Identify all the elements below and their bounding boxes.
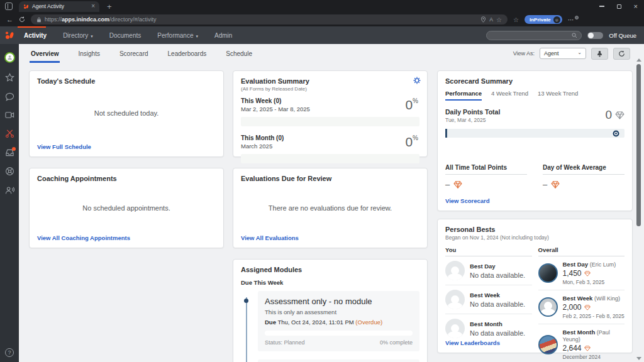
target-icon	[613, 130, 619, 137]
nav-admin[interactable]: Admin	[214, 32, 232, 39]
empty-state-text: No scheduled appointments.	[30, 204, 223, 212]
all-time-points-stat: All Time Total Points –	[445, 164, 527, 189]
daily-points-value: 0	[605, 108, 625, 122]
module-item[interactable]: The power of the dream Dream module with…	[258, 359, 419, 362]
video-icon[interactable]	[5, 111, 14, 119]
favorites-bar-icon[interactable]	[513, 16, 519, 23]
module-item[interactable]: Assessment only - no module This is only…	[258, 291, 419, 351]
diamond-icon	[551, 181, 560, 189]
browser-urlbar: https://apps.inindca.com/directory/#/act…	[0, 13, 644, 26]
tab-13-week-trend[interactable]: 13 Week Trend	[538, 90, 578, 101]
chevron-down-icon	[577, 50, 582, 57]
list-item: Best Day (Eric Lum) 1,450 Mon, Feb 3, 20…	[538, 256, 625, 290]
chat-icon[interactable]	[5, 92, 14, 101]
workspaces-icon[interactable]	[5, 3, 13, 10]
view-scorecard-link[interactable]: View Scorecard	[445, 197, 490, 204]
browser-tabstrip: Agent Activity	[0, 0, 644, 13]
view-as-value: Agent	[544, 50, 559, 57]
evaluation-summary-card: Evaluation Summary (All Forms by Release…	[233, 70, 428, 157]
main-content: Overview Insights Scorecard Leaderboards…	[19, 44, 644, 362]
user-presence-avatar[interactable]	[4, 52, 15, 63]
scrollbar[interactable]	[635, 57, 643, 362]
favorites-icon[interactable]	[5, 73, 14, 82]
view-all-coaching-link[interactable]: View All Coaching Appointments	[37, 234, 130, 241]
notification-badge	[12, 147, 16, 151]
card-subtitle: Began on Nov 1, 2024 (Not including toda…	[445, 234, 625, 241]
module-desc: This is only an assessment	[265, 309, 413, 315]
tab-close-icon[interactable]	[91, 3, 95, 9]
avatar	[538, 335, 558, 354]
location-icon[interactable]	[480, 16, 486, 23]
todays-schedule-card: Today's Schedule Not scheduled today. Vi…	[29, 70, 224, 157]
view-all-evaluations-link[interactable]: View All Evaluations	[241, 234, 299, 241]
window-maximize-icon[interactable]	[617, 4, 621, 9]
global-search-input[interactable]	[486, 31, 582, 40]
inbox-icon[interactable]	[5, 148, 14, 156]
favorite-star-icon[interactable]	[496, 16, 502, 23]
scroll-up-icon[interactable]	[636, 58, 641, 62]
nav-activity[interactable]: Activity	[24, 32, 47, 39]
help-icon[interactable]	[5, 348, 14, 357]
refresh-button[interactable]	[613, 48, 630, 60]
speaking-agent-icon[interactable]	[5, 186, 14, 195]
avatar	[538, 297, 558, 317]
card-title: Assigned Modules	[241, 266, 419, 273]
scissors-icon[interactable]	[5, 129, 14, 138]
coaching-appointments-card: Coaching Appointments No scheduled appoi…	[29, 168, 224, 248]
week-label: This Week (0)	[241, 97, 419, 104]
evaluations-due-card: Evaluations Due for Review There are no …	[233, 168, 428, 248]
card-title: Personal Bests	[445, 226, 625, 233]
off-queue-label: Off Queue	[609, 32, 636, 39]
tab-scorecard[interactable]: Scorecard	[118, 44, 150, 63]
reload-icon[interactable]	[19, 16, 25, 23]
tab-overview[interactable]: Overview	[30, 44, 60, 63]
webinar-icon[interactable]	[5, 167, 14, 176]
search-icon	[572, 33, 577, 38]
daily-points-date: Tue, Mar 4, 2025	[445, 117, 625, 123]
diamond-icon	[584, 346, 591, 351]
tab-performance[interactable]: Performance	[445, 90, 482, 101]
view-as-select[interactable]: Agent	[540, 48, 586, 59]
window-close-icon[interactable]	[634, 3, 638, 10]
nav-performance[interactable]: Performance	[157, 32, 198, 39]
list-item: Best DayNo data available.	[445, 256, 532, 285]
app-header: Activity Directory Documents Performance…	[0, 26, 644, 44]
week-progress-bar	[241, 117, 419, 126]
browser-chrome: Agent Activity https://apps.inindca.com/…	[0, 0, 644, 26]
new-tab-button[interactable]	[107, 2, 112, 11]
module-title: Assessment only - no module	[265, 297, 413, 306]
daily-points-label: Daily Points Total	[445, 108, 625, 116]
back-icon[interactable]	[6, 16, 13, 23]
list-item: Best WeekNo data available.	[445, 285, 532, 314]
page-tabs: Overview Insights Scorecard Leaderboards…	[19, 44, 644, 63]
tab-schedule[interactable]: Schedule	[225, 44, 253, 63]
tab-insights[interactable]: Insights	[77, 44, 101, 63]
view-leaderboards-link[interactable]: View Leaderboards	[445, 339, 500, 346]
chevron-down-icon	[91, 32, 93, 39]
scrollbar-thumb[interactable]	[636, 64, 641, 226]
view-as-label: View As:	[513, 50, 535, 57]
tab-leaderboards[interactable]: Leaderboards	[167, 44, 208, 63]
browser-tab-title: Agent Activity	[32, 3, 88, 9]
module-progress-bar	[265, 331, 413, 336]
view-full-schedule-link[interactable]: View Full Schedule	[37, 143, 91, 150]
read-aloud-icon[interactable]	[489, 16, 493, 23]
browser-menu-icon[interactable]	[568, 16, 575, 23]
assigned-modules-card: Assigned Modules Due This Week Assessmen…	[233, 259, 428, 362]
week-percent: 0%	[405, 97, 418, 112]
agents-view-button[interactable]	[591, 48, 608, 60]
url-text: https://apps.inindca.com/directory/#/act…	[45, 16, 157, 23]
genesys-logo[interactable]	[0, 30, 19, 40]
diamond-icon	[615, 111, 625, 119]
tab-4-week-trend[interactable]: 4 Week Trend	[491, 90, 528, 101]
nav-documents[interactable]: Documents	[109, 32, 142, 39]
browser-tab[interactable]: Agent Activity	[19, 1, 99, 12]
queue-toggle[interactable]	[587, 32, 603, 39]
gear-icon[interactable]	[413, 77, 421, 84]
diamond-icon	[584, 271, 591, 277]
nav-directory[interactable]: Directory	[63, 32, 93, 39]
scroll-down-icon[interactable]	[636, 357, 641, 360]
inprivate-badge[interactable]: InPrivate	[525, 15, 562, 24]
window-minimize-icon[interactable]	[599, 6, 604, 6]
url-field[interactable]: https://apps.inindca.com/directory/#/act…	[31, 14, 508, 25]
